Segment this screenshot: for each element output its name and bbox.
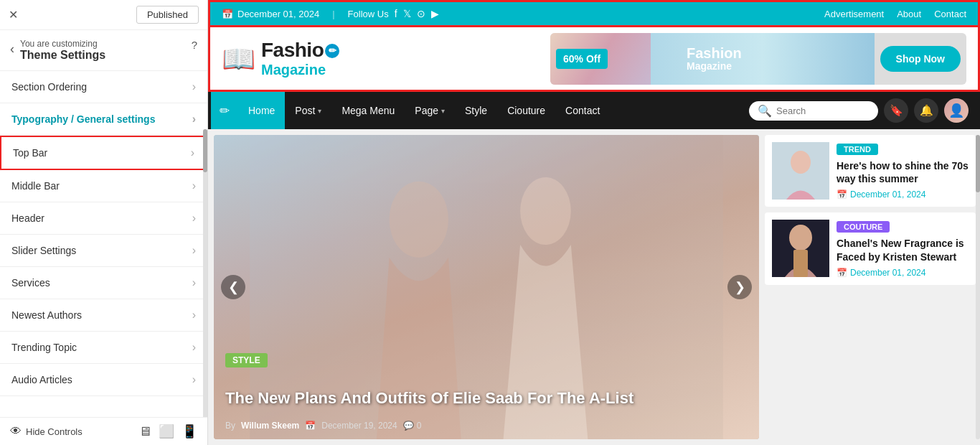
chevron-right-icon: › (192, 179, 196, 192)
main-area: 📅 December 01, 2024 | Follow Us f 𝕏 ⊙ ▶ … (208, 0, 980, 445)
nav-links: Home Post ▾ Mega Menu Page ▾ Style Ciout… (238, 92, 610, 129)
card-content-trend: TREND Here's how to shine the 70s way th… (837, 142, 969, 200)
calendar-icon: 📅 (222, 9, 233, 19)
left-panel: ✕ Published ‹ You are customizing Theme … (0, 0, 208, 445)
hide-controls-button[interactable]: 👁 Hide Controls (10, 425, 83, 438)
chevron-right-icon: › (192, 373, 196, 386)
sidebar-card-couture: COUTURE Chanel's New Fragrance is Faced … (765, 212, 976, 284)
mobile-view-icon[interactable]: 📱 (182, 423, 197, 439)
next-slide-button[interactable]: ❯ (727, 275, 752, 299)
follow-section: Follow Us f 𝕏 ⊙ ▶ (348, 8, 439, 19)
instagram-icon[interactable]: ⊙ (417, 8, 425, 19)
about-link[interactable]: About (897, 9, 921, 19)
nav-item-style[interactable]: Style (455, 92, 497, 129)
sidebar-scrollbar-thumb[interactable] (976, 135, 980, 192)
nav-item-ciouture[interactable]: Ciouture (497, 92, 555, 129)
sidebar-card-trend: TREND Here's how to shine the 70s way th… (765, 135, 976, 207)
card-image-trend (772, 142, 829, 200)
view-icons: 🖥 ⬜ 📱 (138, 423, 197, 439)
sidebar-item-audio-articles[interactable]: Audio Articles › (0, 364, 207, 396)
header-bar: 📖 Fashio✏ Magazine 60% Off Fashion Magaz… (208, 27, 980, 92)
sidebar-item-typography[interactable]: Typography / General settings › (0, 103, 207, 136)
eye-icon: 👁 (10, 425, 22, 438)
nav-item-home[interactable]: Home (238, 92, 285, 129)
help-icon[interactable]: ? (192, 39, 197, 51)
article-author: Willum Skeem (241, 421, 299, 431)
svg-point-1 (390, 182, 448, 258)
bookmark-icon-button[interactable]: 🔖 (884, 98, 908, 123)
youtube-icon[interactable]: ▶ (431, 8, 439, 19)
chevron-right-icon: › (192, 113, 196, 126)
article-comments: 💬 0 (403, 421, 422, 431)
svg-point-7 (789, 225, 812, 250)
ad-sub: Magazine (687, 60, 732, 72)
calendar-icon-small: 📅 (837, 189, 847, 200)
search-input[interactable] (776, 106, 870, 116)
calendar-small-icon: 📅 (305, 421, 316, 431)
desktop-view-icon[interactable]: 🖥 (138, 424, 151, 439)
sidebar-item-header[interactable]: Header › (0, 202, 207, 235)
advertisement-link[interactable]: Advertisement (824, 9, 884, 19)
svg-rect-8 (793, 250, 808, 277)
svg-point-4 (791, 151, 811, 174)
sidebar-item-services[interactable]: Services › (0, 267, 207, 299)
you-are-label: You are customizing (20, 39, 192, 49)
nav-item-page[interactable]: Page ▾ (405, 92, 455, 129)
nav-item-post[interactable]: Post ▾ (285, 92, 331, 129)
card-image-couture (772, 220, 829, 277)
chevron-right-icon: › (192, 244, 196, 257)
ad-brand: Fashion (687, 46, 742, 60)
article-title: The New Plans And Outfits Of Elie Saab F… (225, 389, 748, 408)
content-area: ❮ ❯ STYLE The New Plans And Outfits Of E… (208, 129, 980, 445)
published-button[interactable]: Published (136, 6, 199, 24)
card-title-couture: Chanel's New Fragrance is Faced by Krist… (837, 237, 969, 263)
chevron-right-icon: › (192, 309, 196, 322)
tablet-view-icon[interactable]: ⬜ (159, 423, 174, 439)
separator: | (332, 9, 334, 19)
svg-point-2 (520, 177, 571, 245)
card-date-trend: 📅 December 01, 2024 (837, 189, 969, 200)
sidebar-item-trending-topic[interactable]: Trending Topic › (0, 332, 207, 364)
nav-item-mega-menu[interactable]: Mega Menu (331, 92, 405, 129)
contact-link[interactable]: Contact (934, 9, 966, 19)
ad-banner: 60% Off Fashion Magazine Shop Now (550, 33, 966, 85)
theme-settings-label: Theme Settings (20, 49, 192, 62)
article-category-badge: STYLE (225, 353, 268, 367)
sidebar-item-section-ordering[interactable]: Section Ordering › (0, 71, 207, 103)
sidebar-item-newest-authors[interactable]: Newest Authors › (0, 299, 207, 332)
date-section: 📅 December 01, 2024 (222, 9, 319, 19)
nav-right: 🔍 🔖 🔔 👤 (749, 98, 977, 123)
sidebar-item-slider-settings[interactable]: Slider Settings › (0, 235, 207, 267)
panel-info: ‹ You are customizing Theme Settings ? (0, 30, 207, 71)
card-title-trend: Here's how to shine the 70s way this sum… (837, 159, 969, 185)
logo-book-icon: 📖 (222, 43, 255, 75)
trend-badge: TREND (837, 144, 878, 155)
chevron-right-icon: › (192, 276, 196, 289)
comment-icon: 💬 (403, 421, 414, 431)
logo-text: Fashio✏ Magazine (261, 39, 339, 78)
follow-us-label: Follow Us (348, 9, 389, 19)
calendar-icon-small2: 📅 (837, 268, 847, 278)
chevron-right-icon: › (192, 212, 196, 225)
card-date-couture: 📅 December 01, 2024 (837, 268, 969, 278)
shop-now-button[interactable]: Shop Now (880, 46, 961, 72)
nav-item-contact[interactable]: Contact (555, 92, 610, 129)
sidebar-right: TREND Here's how to shine the 70s way th… (765, 129, 980, 445)
couture-badge: COUTURE (837, 221, 890, 233)
sidebar-scrollbar (976, 135, 980, 439)
scrollbar-thumb[interactable] (203, 129, 207, 172)
twitter-icon[interactable]: 𝕏 (403, 8, 411, 19)
close-icon[interactable]: ✕ (9, 8, 18, 22)
sidebar-item-middle-bar[interactable]: Middle Bar › (0, 170, 207, 202)
top-bar-date: December 01, 2024 (237, 9, 319, 19)
user-avatar[interactable]: 👤 (944, 98, 969, 123)
facebook-icon[interactable]: f (395, 8, 397, 19)
search-box[interactable]: 🔍 (749, 101, 878, 121)
logo-area: 📖 Fashio✏ Magazine (222, 39, 339, 78)
article-meta: By Willum Skeem 📅 December 19, 2024 💬 0 (225, 421, 748, 431)
prev-slide-button[interactable]: ❮ (221, 275, 245, 299)
bell-icon-button[interactable]: 🔔 (914, 98, 938, 123)
back-arrow-icon[interactable]: ‹ (10, 42, 14, 57)
nav-edit-icon[interactable]: ✏ (211, 92, 238, 129)
sidebar-item-top-bar[interactable]: Top Bar › (0, 136, 207, 170)
